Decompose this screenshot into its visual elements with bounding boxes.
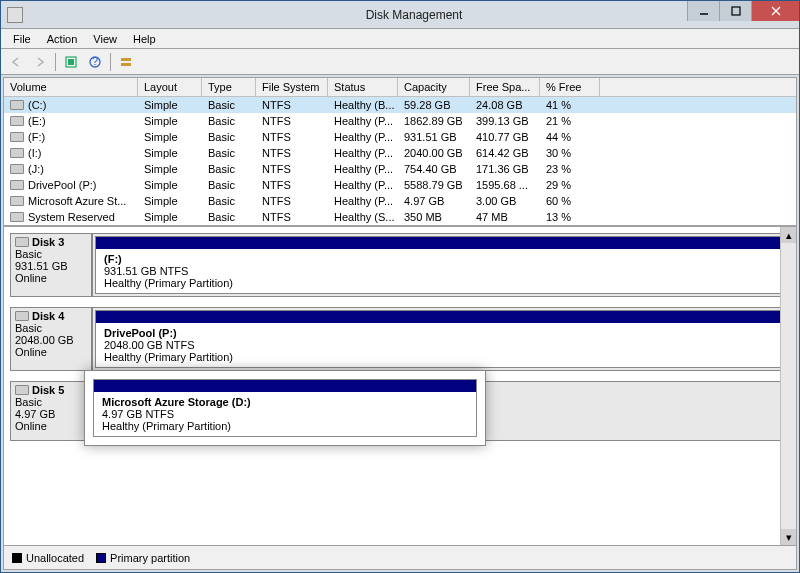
svg-rect-9 [121, 63, 131, 66]
volume-table: Volume Layout Type File System Status Ca… [4, 78, 796, 227]
partition[interactable]: DrivePool (P:)2048.00 GB NTFSHealthy (Pr… [95, 310, 787, 368]
col-filesystem[interactable]: File System [256, 78, 328, 96]
floating-partition-tooltip[interactable]: Microsoft Azure Storage (D:) 4.97 GB NTF… [84, 370, 486, 446]
disk-info: Disk 5Basic4.97 GBOnline [10, 381, 92, 441]
table-row[interactable]: Microsoft Azure St...SimpleBasicNTFSHeal… [4, 193, 796, 209]
drive-icon [10, 148, 24, 158]
maximize-button[interactable] [719, 1, 751, 21]
disk-row[interactable]: Disk 4Basic2048.00 GBOnlineDrivePool (P:… [10, 307, 790, 371]
scroll-down-icon[interactable]: ▾ [781, 529, 796, 545]
disk-partition-area[interactable]: DrivePool (P:)2048.00 GB NTFSHealthy (Pr… [92, 307, 790, 371]
drive-icon [10, 116, 24, 126]
table-row[interactable]: System ReservedSimpleBasicNTFSHealthy (S… [4, 209, 796, 225]
svg-rect-8 [121, 58, 131, 61]
partition-status: Healthy (Primary Partition) [102, 420, 468, 432]
drive-icon [10, 196, 24, 206]
partition-header-bar [94, 380, 476, 392]
legend-primary: Primary partition [96, 552, 190, 564]
menu-view[interactable]: View [85, 31, 125, 47]
svg-text:?: ? [92, 55, 98, 67]
menu-action[interactable]: Action [39, 31, 86, 47]
settings-button[interactable] [115, 51, 137, 73]
col-type[interactable]: Type [202, 78, 256, 96]
window-title: Disk Management [29, 8, 799, 22]
minimize-button[interactable] [687, 1, 719, 21]
refresh-button[interactable] [60, 51, 82, 73]
content-area: Volume Layout Type File System Status Ca… [3, 77, 797, 570]
titlebar[interactable]: Disk Management [1, 1, 799, 29]
disk-header-icon: Disk 3 [15, 236, 87, 248]
disk-info: Disk 3Basic931.51 GBOnline [10, 233, 92, 297]
partition-size-fs: 4.97 GB NTFS [102, 408, 468, 420]
col-free[interactable]: Free Spa... [470, 78, 540, 96]
col-status[interactable]: Status [328, 78, 398, 96]
disk-partition-area[interactable]: (F:)931.51 GB NTFSHealthy (Primary Parti… [92, 233, 790, 297]
disk-info: Disk 4Basic2048.00 GBOnline [10, 307, 92, 371]
drive-icon [10, 100, 24, 110]
partition[interactable]: (F:)931.51 GB NTFSHealthy (Primary Parti… [95, 236, 787, 294]
svg-rect-5 [68, 59, 74, 65]
drive-icon [10, 164, 24, 174]
vertical-scrollbar[interactable]: ▴ ▾ [780, 227, 796, 545]
back-button[interactable] [5, 51, 27, 73]
svg-rect-1 [732, 7, 740, 15]
legend: Unallocated Primary partition [4, 545, 796, 569]
menu-help[interactable]: Help [125, 31, 164, 47]
legend-unallocated: Unallocated [12, 552, 84, 564]
disk-header-icon: Disk 4 [15, 310, 87, 322]
table-row[interactable]: (C:)SimpleBasicNTFSHealthy (B...59.28 GB… [4, 97, 796, 113]
col-pctfree[interactable]: % Free [540, 78, 600, 96]
scroll-up-icon[interactable]: ▴ [781, 227, 796, 243]
volume-table-header: Volume Layout Type File System Status Ca… [4, 78, 796, 97]
table-row[interactable]: (I:)SimpleBasicNTFSHealthy (P...2040.00 … [4, 145, 796, 161]
menu-file[interactable]: File [5, 31, 39, 47]
menubar: File Action View Help [1, 29, 799, 49]
col-volume[interactable]: Volume [4, 78, 138, 96]
forward-button[interactable] [29, 51, 51, 73]
drive-icon [10, 180, 24, 190]
swatch-primary [96, 553, 106, 563]
col-capacity[interactable]: Capacity [398, 78, 470, 96]
close-button[interactable] [751, 1, 799, 21]
partition-title: Microsoft Azure Storage (D:) [102, 396, 468, 408]
table-row[interactable]: (F:)SimpleBasicNTFSHealthy (P...931.51 G… [4, 129, 796, 145]
disk-row[interactable]: Disk 3Basic931.51 GBOnline(F:)931.51 GB … [10, 233, 790, 297]
table-row[interactable]: DrivePool (P:)SimpleBasicNTFSHealthy (P.… [4, 177, 796, 193]
table-row[interactable]: (E:)SimpleBasicNTFSHealthy (P...1862.89 … [4, 113, 796, 129]
col-layout[interactable]: Layout [138, 78, 202, 96]
table-row[interactable]: (J:)SimpleBasicNTFSHealthy (P...754.40 G… [4, 161, 796, 177]
help-button[interactable]: ? [84, 51, 106, 73]
drive-icon [10, 132, 24, 142]
disk-management-window: Disk Management File Action View Help ? … [0, 0, 800, 573]
app-icon [7, 7, 23, 23]
drive-icon [10, 212, 24, 222]
disk-header-icon: Disk 5 [15, 384, 87, 396]
toolbar: ? [1, 49, 799, 75]
swatch-unallocated [12, 553, 22, 563]
